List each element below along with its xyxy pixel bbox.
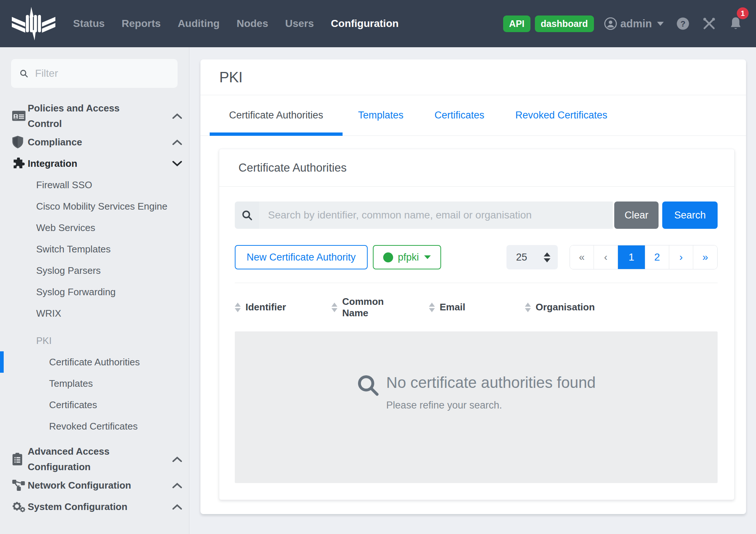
sidebar-item-compliance[interactable]: Compliance (0, 131, 189, 153)
nav-item-users[interactable]: Users (285, 18, 314, 30)
sidebar-item-integration[interactable]: Integration (0, 153, 189, 174)
tools-icon (702, 17, 716, 31)
sidebar-item-web-services[interactable]: Web Services (0, 217, 189, 238)
sidebar-item-label: Advanced Access Configuration (28, 444, 138, 475)
sidebar-item-label: Policies and Access Control (28, 100, 138, 131)
search-icon (241, 209, 253, 221)
help-button[interactable]: ? (676, 17, 690, 30)
sidebar-item-network-configuration[interactable]: Network Configuration (0, 475, 189, 496)
pagination-page-1[interactable]: 1 (618, 245, 645, 269)
sidebar-item-cisco-mobility-services-engine[interactable]: Cisco Mobility Services Engine (0, 196, 189, 217)
empty-state-text: No certificate authorities found Please … (386, 374, 595, 411)
sidebar-filter (11, 59, 178, 88)
packetfence-logo-icon (12, 7, 55, 41)
search-icon (357, 374, 379, 397)
packetfence-logo[interactable] (11, 6, 56, 41)
person-circle-icon (604, 17, 617, 30)
nav-item-auditing[interactable]: Auditing (178, 18, 220, 30)
search-row: Clear Search (235, 201, 718, 229)
svg-text:?: ? (680, 19, 685, 28)
dashboard-badge[interactable]: dashboard (535, 15, 594, 32)
puzzle-icon (12, 158, 28, 169)
column-header-common-name[interactable]: Common Name (331, 296, 429, 319)
nav-item-reports[interactable]: Reports (122, 18, 161, 30)
sidebar-item-pki-templates[interactable]: Templates (0, 373, 189, 394)
top-navbar: Status Reports Auditing Nodes Users Conf… (0, 0, 756, 47)
sidebar-item-syslog-forwarding[interactable]: Syslog Forwarding (0, 281, 189, 303)
pki-card: PKI Certificate Authorities Templates Ce… (200, 59, 746, 514)
pagination: « ‹ 1 2 › » (570, 245, 718, 269)
sidebar-item-pki-revoked-certificates[interactable]: Revoked Certificates (0, 416, 189, 437)
panel-body: Clear Search New Certificate Authority p… (219, 187, 734, 500)
notification-count-badge: 1 (737, 7, 749, 19)
sort-icon (235, 303, 241, 312)
column-header-email[interactable]: Email (429, 302, 525, 313)
certificate-authorities-panel: Certificate Authorities (219, 149, 735, 500)
gears-icon (12, 501, 28, 513)
pagination-first[interactable]: « (570, 245, 594, 269)
profile-dropdown[interactable]: pfpki (373, 245, 441, 269)
chevron-up-icon (172, 113, 182, 119)
page-size-selector[interactable]: 25 (506, 245, 558, 269)
tab-certificates[interactable]: Certificates (419, 95, 500, 135)
nav-item-nodes[interactable]: Nodes (237, 18, 268, 30)
tab-revoked-certificates[interactable]: Revoked Certificates (500, 95, 623, 135)
sidebar-item-syslog-parsers[interactable]: Syslog Parsers (0, 260, 189, 281)
tab-certificate-authorities[interactable]: Certificate Authorities (210, 95, 343, 135)
list-controls: 25 « ‹ 1 2 (506, 245, 718, 269)
id-card-icon (12, 110, 28, 121)
nav-item-configuration[interactable]: Configuration (331, 18, 399, 30)
search-icon (19, 68, 28, 79)
api-badge[interactable]: API (503, 15, 530, 32)
chevron-down-icon (172, 161, 182, 167)
pagination-page-2[interactable]: 2 (645, 245, 669, 269)
table-header: Identifier Common Name Email (235, 283, 718, 331)
app: Status Reports Auditing Nodes Users Conf… (0, 0, 756, 534)
sidebar-item-system-configuration[interactable]: System Configuration (0, 496, 189, 517)
search-button[interactable]: Search (662, 201, 718, 229)
search-input-group (235, 201, 613, 229)
sidebar-item-pki-certificates[interactable]: Certificates (0, 394, 189, 416)
sidebar-item-wrix[interactable]: WRIX (0, 303, 189, 324)
sidebar-item-firewall-sso[interactable]: Firewall SSO (0, 174, 189, 196)
column-header-organisation[interactable]: Organisation (525, 302, 718, 313)
search-icon-box (235, 201, 259, 229)
pagination-next[interactable]: › (669, 245, 693, 269)
pagination-prev[interactable]: ‹ (594, 245, 618, 269)
sitemap-icon (12, 480, 28, 491)
actions-row: New Certificate Authority pfpki 25 (235, 245, 718, 269)
sidebar-item-switch-templates[interactable]: Switch Templates (0, 238, 189, 260)
page-header: PKI (200, 59, 746, 95)
tools-button[interactable] (702, 17, 716, 31)
user-menu[interactable]: admin (604, 17, 664, 30)
sidebar-item-advanced-access-configuration[interactable]: Advanced Access Configuration (0, 444, 189, 475)
empty-state-title: No certificate authorities found (386, 374, 595, 392)
panel-header: Certificate Authorities (219, 149, 734, 187)
tab-bar: Certificate Authorities Templates Certif… (200, 95, 746, 136)
sidebar-group-pki[interactable]: PKI (0, 330, 189, 351)
pagination-last[interactable]: » (693, 245, 717, 269)
nav-item-status[interactable]: Status (73, 18, 105, 30)
shield-icon (12, 136, 28, 148)
clear-button[interactable]: Clear (614, 201, 659, 229)
page-size-value: 25 (516, 252, 527, 263)
empty-state-subtitle: Please refine your search. (386, 400, 595, 411)
notifications-button[interactable]: 1 (729, 16, 743, 31)
column-header-identifier[interactable]: Identifier (235, 302, 331, 313)
sidebar-item-label: Integration (28, 156, 82, 171)
tab-templates[interactable]: Templates (343, 95, 419, 135)
sidebar-item-label: Compliance (28, 134, 87, 150)
navbar-right: API dashboard admin ? (499, 15, 743, 32)
sort-icon (331, 303, 337, 312)
empty-state-content: No certificate authorities found Please … (357, 374, 595, 411)
chevron-up-icon (172, 456, 182, 462)
sidebar-item-certificate-authorities[interactable]: Certificate Authorities (0, 351, 189, 373)
search-input[interactable] (259, 201, 613, 229)
sidebar-item-policies-access-control[interactable]: Policies and Access Control (0, 100, 189, 131)
clipboard-icon (12, 453, 28, 465)
sidebar-filter-input[interactable] (35, 68, 169, 79)
new-certificate-authority-button[interactable]: New Certificate Authority (235, 245, 368, 269)
content: Policies and Access Control Compliance (0, 47, 756, 534)
stepper-icon (544, 252, 550, 262)
sidebar-item-label: System Configuration (28, 499, 133, 514)
